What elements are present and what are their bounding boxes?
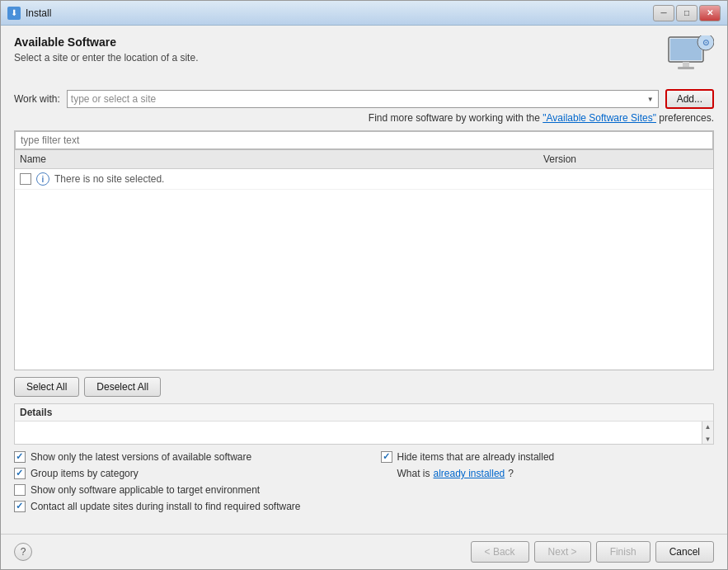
- more-software-prefix: Find more software by working with the: [369, 112, 542, 124]
- contact-update-sites-checkbox[interactable]: [14, 501, 26, 512]
- what-is-prefix: What is: [397, 468, 430, 479]
- finish-button[interactable]: Finish: [596, 541, 651, 563]
- option-hide-installed: Hide items that are already installed: [381, 451, 715, 463]
- header-text: Available Software Select a site or ente…: [14, 35, 656, 64]
- col-name-header: Name: [20, 153, 543, 165]
- details-section: Details ▲ ▼: [14, 403, 714, 445]
- select-all-button[interactable]: Select All: [14, 377, 79, 397]
- help-button[interactable]: ?: [14, 543, 32, 561]
- scroll-down-arrow[interactable]: ▼: [703, 434, 713, 444]
- titlebar-buttons: ─ □ ✕: [653, 5, 721, 21]
- hide-installed-label: Hide items that are already installed: [397, 451, 555, 463]
- svg-rect-3: [678, 67, 694, 69]
- filter-input[interactable]: [15, 131, 713, 149]
- what-is-suffix: ?: [508, 468, 514, 479]
- already-installed-row: What is already installed ?: [381, 468, 715, 479]
- monitor-icon: ⊙: [665, 35, 714, 77]
- table-header: Name Version: [15, 150, 713, 169]
- scrollbar[interactable]: ▲ ▼: [702, 422, 713, 444]
- main-content: Available Software Select a site or ente…: [1, 26, 727, 534]
- svg-text:⊙: ⊙: [702, 38, 709, 47]
- titlebar: ⬇ Install ─ □ ✕: [1, 1, 727, 26]
- header-icon: ⊙: [665, 35, 714, 79]
- show-latest-label: Show only the latest versions of availab…: [31, 451, 251, 463]
- options-section: Show only the latest versions of availab…: [14, 451, 714, 517]
- site-select-wrapper[interactable]: type or select a site: [67, 90, 659, 108]
- footer: ? < Back Next > Finish Cancel: [1, 534, 727, 569]
- close-button[interactable]: ✕: [699, 5, 721, 21]
- show-latest-checkbox[interactable]: [14, 451, 26, 463]
- table-row: i There is no site selected.: [15, 169, 713, 190]
- main-window: ⬇ Install ─ □ ✕ Available Software Selec…: [0, 0, 728, 570]
- app-icon: ⬇: [7, 7, 21, 20]
- table-body: i There is no site selected.: [15, 169, 713, 370]
- add-button[interactable]: Add...: [665, 89, 714, 109]
- site-select[interactable]: type or select a site: [67, 90, 659, 108]
- work-with-row: Work with: type or select a site Add...: [14, 89, 714, 109]
- group-by-category-checkbox[interactable]: [14, 468, 26, 479]
- header-section: Available Software Select a site or ente…: [14, 35, 714, 79]
- show-applicable-label: Show only software applicable to target …: [31, 484, 260, 496]
- svg-rect-2: [683, 62, 689, 67]
- details-header: Details: [15, 404, 713, 422]
- show-applicable-checkbox[interactable]: [14, 484, 26, 496]
- page-subtitle: Select a site or enter the location of a…: [14, 52, 656, 64]
- scroll-up-arrow[interactable]: ▲: [703, 422, 713, 431]
- more-software-suffix: preferences.: [656, 112, 714, 124]
- info-icon: i: [36, 172, 49, 186]
- details-body: ▲ ▼: [15, 422, 713, 444]
- group-by-category-label: Group items by category: [31, 468, 139, 479]
- next-button[interactable]: Next >: [534, 541, 591, 563]
- footer-buttons: < Back Next > Finish Cancel: [471, 541, 714, 563]
- option-contact-update-sites: Contact all update sites during install …: [14, 501, 348, 512]
- option-group-by-category: Group items by category: [14, 468, 348, 479]
- work-with-label: Work with:: [14, 93, 60, 105]
- options-left: Show only the latest versions of availab…: [14, 451, 348, 517]
- col-version-header: Version: [543, 153, 708, 165]
- software-list-container: Name Version i There is no site selected…: [14, 149, 714, 377]
- svg-rect-1: [670, 39, 702, 60]
- row-label: There is no site selected.: [54, 173, 164, 185]
- option-show-applicable: Show only software applicable to target …: [14, 484, 348, 496]
- cancel-button[interactable]: Cancel: [655, 541, 714, 563]
- action-buttons: Select All Deselect All: [14, 377, 714, 397]
- row-checkbox[interactable]: [20, 173, 31, 185]
- minimize-button[interactable]: ─: [653, 5, 674, 21]
- option-show-latest: Show only the latest versions of availab…: [14, 451, 348, 463]
- filter-wrapper: [14, 130, 714, 149]
- maximize-button[interactable]: □: [676, 5, 697, 21]
- page-title: Available Software: [14, 35, 656, 49]
- contact-update-sites-label: Contact all update sites during install …: [31, 501, 301, 512]
- back-button[interactable]: < Back: [471, 541, 529, 563]
- deselect-all-button[interactable]: Deselect All: [84, 377, 161, 397]
- already-installed-link[interactable]: already installed: [434, 468, 505, 479]
- more-software-row: Find more software by working with the "…: [14, 112, 714, 124]
- hide-installed-checkbox[interactable]: [381, 451, 392, 463]
- available-software-sites-link[interactable]: "Available Software Sites": [542, 112, 656, 124]
- window-title: Install: [26, 7, 653, 19]
- options-right: Hide items that are already installed Wh…: [381, 451, 715, 517]
- software-table: Name Version i There is no site selected…: [14, 149, 714, 370]
